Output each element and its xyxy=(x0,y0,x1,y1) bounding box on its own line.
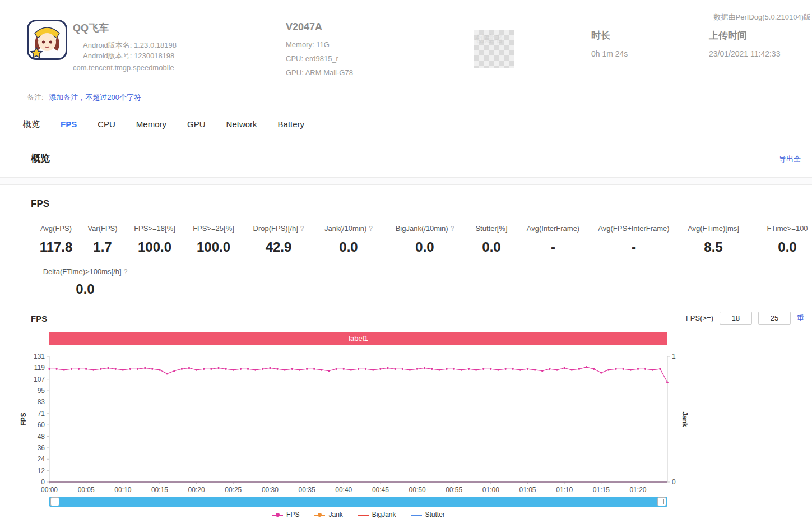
metric-label: Var(FPS) xyxy=(87,224,117,233)
metric-value: 0.0 xyxy=(472,239,511,255)
metric-fps-ge-18: FPS>=18[%] 100.0 xyxy=(120,224,189,255)
report-header: 数据由PerfDog(5.0.210104)版 QQ飞车 Android版本名:… xyxy=(0,0,812,110)
svg-text:0: 0 xyxy=(41,478,45,486)
help-icon[interactable] xyxy=(300,225,304,233)
svg-text:107: 107 xyxy=(34,376,45,383)
tab-memory[interactable]: Memory xyxy=(136,119,166,129)
metric-avg-fps: Avg(FPS) 117.8 xyxy=(27,224,85,255)
svg-text:00:10: 00:10 xyxy=(114,486,131,492)
upload-time-value: 23/01/2021 11:42:33 xyxy=(709,49,780,58)
add-note-link[interactable]: 添加备注，不超过200个字符 xyxy=(49,93,141,101)
perfdog-report-page: 数据由PerfDog(5.0.210104)版 QQ飞车 Android版本名:… xyxy=(0,0,812,528)
svg-text:1: 1 xyxy=(672,353,676,360)
legend-item-bigjank[interactable]: BigJank xyxy=(358,511,396,518)
svg-text:131: 131 xyxy=(34,353,45,360)
svg-text:00:45: 00:45 xyxy=(372,486,389,492)
note-label: 备注: xyxy=(27,93,44,101)
metric-fps-ge-25: FPS>=25[%] 100.0 xyxy=(189,224,238,255)
tab-cpu[interactable]: CPU xyxy=(98,119,115,129)
svg-text:24: 24 xyxy=(38,455,45,463)
export-all-link[interactable]: 导出全 xyxy=(779,154,801,164)
tab-bar: 概览 FPS CPU Memory GPU Network Battery xyxy=(0,110,812,138)
metric-value: 0.0 xyxy=(27,281,143,297)
metric-label: BigJank(/10min) xyxy=(396,224,448,233)
metric-label: FTime>=100 xyxy=(767,224,808,233)
fps-section: FPS Avg(FPS) 117.8 Var(FPS) 1.7 FPS>=18[… xyxy=(0,185,812,518)
duration-label: 时长 xyxy=(591,29,628,42)
legend-item-stutter[interactable]: Stutter xyxy=(411,511,445,518)
metric-value: 8.5 xyxy=(672,239,754,255)
metric-ftime-ge-100: FTime>=100 0.0 xyxy=(754,224,812,255)
metric-label: Stutter[%] xyxy=(475,224,507,233)
overview-section-header: 概览 导出全 xyxy=(0,138,812,178)
fps-threshold-label: FPS(>=) xyxy=(686,314,713,322)
fps-chart[interactable]: 012243648607183951071191310100:0000:0500… xyxy=(0,345,695,492)
stutter-series-marker-icon xyxy=(411,512,422,517)
metric-bigjank: BigJank(/10min) 0.0 xyxy=(378,224,472,255)
metric-delta-ftime: Delta(FTime)>100ms[/h] 0.0 xyxy=(27,267,143,297)
legend-label: FPS xyxy=(286,511,299,518)
svg-text:00:30: 00:30 xyxy=(262,486,279,492)
metric-value: - xyxy=(595,239,672,255)
fps-metrics-row: Avg(FPS) 117.8 Var(FPS) 1.7 FPS>=18[%] 1… xyxy=(0,224,812,255)
fps-threshold-controls: FPS(>=) 重 xyxy=(686,312,804,325)
svg-text:00:50: 00:50 xyxy=(409,486,426,492)
svg-text:12: 12 xyxy=(38,467,45,475)
svg-text:83: 83 xyxy=(38,398,45,406)
app-version-name: Android版本名: 1.23.0.18198 xyxy=(73,40,177,50)
legend-item-jank[interactable]: Jank xyxy=(314,511,342,518)
metric-value: 0.0 xyxy=(378,239,472,255)
svg-text:00:05: 00:05 xyxy=(78,486,95,492)
legend-item-fps[interactable]: FPS xyxy=(272,511,299,518)
svg-text:00:25: 00:25 xyxy=(225,486,242,492)
tab-fps[interactable]: FPS xyxy=(61,119,77,129)
upload-time-label: 上传时间 xyxy=(709,29,780,42)
perfdog-version-note: 数据由PerfDog(5.0.210104)版 xyxy=(714,12,811,22)
scrollbar-right-handle[interactable] xyxy=(657,497,666,506)
chart-scrollbar[interactable] xyxy=(49,497,667,507)
legend-label: Jank xyxy=(328,511,342,518)
fps-threshold-input-1[interactable] xyxy=(720,312,752,325)
metric-value: 0.0 xyxy=(754,239,812,255)
chart-legend: FPS Jank BigJank Stutter xyxy=(49,511,667,518)
metric-label: FPS>=25[%] xyxy=(193,224,234,233)
metric-stutter: Stutter[%] 0.0 xyxy=(472,224,511,255)
metric-value: 117.8 xyxy=(27,239,85,255)
tab-gpu[interactable]: GPU xyxy=(187,119,206,129)
metric-avg-ftime: Avg(FTime)[ms] 8.5 xyxy=(672,224,754,255)
device-cpu: CPU: erd9815_r xyxy=(286,52,353,66)
metric-label: Avg(FPS+InterFrame) xyxy=(598,224,669,233)
tab-network[interactable]: Network xyxy=(226,119,257,129)
help-icon[interactable] xyxy=(369,225,373,233)
app-package: com.tencent.tmgp.speedmobile xyxy=(73,63,177,72)
app-name: QQ飞车 xyxy=(73,21,177,35)
fps-section-title: FPS xyxy=(31,198,812,210)
fps-chart-header: FPS FPS(>=) 重 xyxy=(0,312,812,326)
tab-overview[interactable]: 概览 xyxy=(23,119,40,129)
help-icon[interactable] xyxy=(451,225,454,233)
device-model: V2047A xyxy=(286,21,353,33)
metric-jank: Jank(/10min) 0.0 xyxy=(319,224,378,255)
fps-threshold-input-2[interactable] xyxy=(758,312,791,325)
duration-column: 时长 0h 1m 24s xyxy=(591,29,628,58)
note-row: 备注: 添加备注，不超过200个字符 xyxy=(27,92,141,103)
metric-drop-fps: Drop(FPS)[/h] 42.9 xyxy=(238,224,319,255)
device-info-column: V2047A Memory: 11G CPU: erd9815_r GPU: A… xyxy=(286,21,353,80)
upload-time-column: 上传时间 23/01/2021 11:42:33 xyxy=(709,29,780,58)
metric-value: 100.0 xyxy=(189,239,238,255)
metric-label: Avg(FTime)[ms] xyxy=(688,224,739,233)
svg-text:00:20: 00:20 xyxy=(188,486,205,492)
app-info-column: QQ飞车 Android版本名: 1.23.0.18198 Android版本号… xyxy=(73,21,177,72)
svg-text:48: 48 xyxy=(38,433,45,441)
metric-label: FPS>=18[%] xyxy=(134,224,175,233)
svg-text:Jank: Jank xyxy=(681,411,689,427)
reset-link[interactable]: 重 xyxy=(797,313,804,323)
fps-chart-title: FPS xyxy=(31,314,47,323)
tab-battery[interactable]: Battery xyxy=(278,119,305,129)
help-icon[interactable] xyxy=(124,268,128,276)
scrollbar-left-handle[interactable] xyxy=(50,497,59,506)
legend-label: BigJank xyxy=(372,511,396,518)
metric-var-fps: Var(FPS) 1.7 xyxy=(85,224,120,255)
svg-text:01:15: 01:15 xyxy=(593,486,610,492)
creator-column: 创建者 xyxy=(474,29,514,68)
